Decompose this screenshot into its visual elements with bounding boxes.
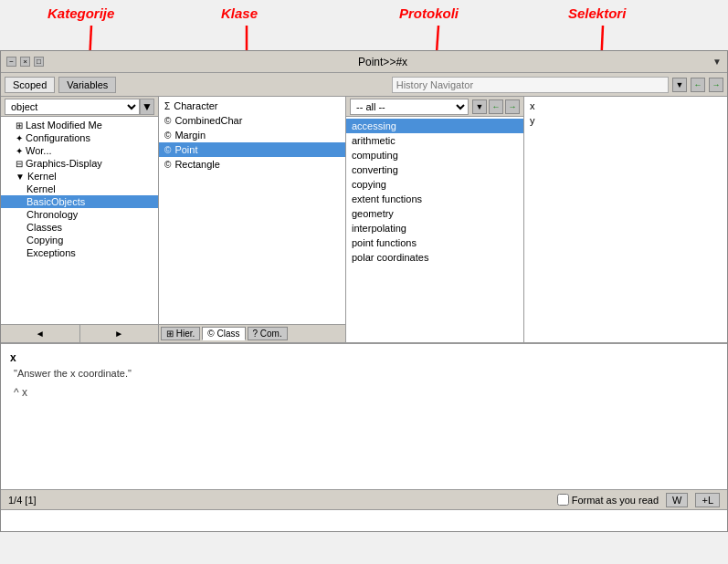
format-checkbox[interactable] (557, 494, 569, 506)
graphics-icon: ⊟ (16, 159, 23, 169)
selector-item-x[interactable]: x (524, 99, 727, 113)
hier-tab-btn[interactable]: ⊞ Hier. (161, 327, 200, 340)
input-bar (1, 509, 727, 531)
history-filter-btn[interactable]: ▼ (672, 78, 687, 92)
selector-item-y[interactable]: y (524, 113, 727, 128)
list-item[interactable]: Classes (1, 221, 158, 234)
category-tree: ⊞ Last Modified Me ✦ Configurations ✦ Wo… (1, 117, 158, 324)
classes-footer: ⊞ Hier. © Class ? Com. (159, 324, 345, 342)
last-modified-icon: ⊞ (16, 120, 23, 131)
list-item[interactable]: © CombinedChar (159, 113, 345, 128)
toolbar: Scoped Variables ▼ ← → (1, 73, 727, 97)
pane-categories: object ▼ ⊞ Last Modified Me ✦ Configurat… (1, 97, 159, 342)
list-item-point[interactable]: © Point (159, 142, 345, 157)
wrap-btn[interactable]: W (666, 493, 688, 507)
list-item[interactable]: ⊟ Graphics-Display (1, 157, 158, 170)
close-button[interactable]: × (20, 57, 30, 67)
list-item[interactable]: point functions (346, 235, 523, 250)
categories-footer: ◄ ► (1, 324, 158, 342)
status-position: 1/4 [1] (8, 495, 557, 506)
list-item[interactable]: Σ Character (159, 99, 345, 113)
point-icon: © (164, 145, 171, 155)
rectangle-icon: © (164, 160, 171, 170)
content-area: object ▼ ⊞ Last Modified Me ✦ Configurat… (1, 97, 727, 343)
format-checkbox-label[interactable]: Format as you read (557, 494, 659, 506)
list-item-basic-objects[interactable]: BasicObjects (1, 195, 158, 208)
code-area: x "Answer the x coordinate." ^ x (1, 343, 727, 489)
list-item[interactable]: ▼ Kernel (1, 170, 158, 183)
com-tab-btn[interactable]: ? Com. (248, 327, 288, 340)
history-nav-input[interactable] (392, 77, 669, 93)
main-window: − × □ Point>>#x ▼ Scoped Variables ▼ ← → (0, 50, 728, 532)
pane-classes: Σ Character © CombinedChar © Margin © (159, 97, 346, 342)
tab-variables[interactable]: Variables (58, 77, 116, 93)
list-item[interactable]: ✦ Wor... (1, 144, 158, 157)
annotation-protokoli: Protokoli (399, 5, 459, 21)
annotation-klase: Klase (221, 5, 258, 21)
protocol-nav-arrows: ▼ ← → (472, 99, 520, 114)
list-item[interactable]: polar coordinates (346, 250, 523, 265)
history-prev-btn[interactable]: ← (691, 78, 705, 92)
pane-next-btn[interactable]: ► (80, 325, 159, 342)
title-bar-controls: − × □ (6, 57, 44, 67)
protocol-prev-btn[interactable]: ← (489, 99, 503, 114)
outer-wrapper: Kategorije Klase Protokoli Selektori − (0, 0, 728, 564)
list-item[interactable]: converting (346, 162, 523, 177)
list-item[interactable]: geometry (346, 206, 523, 221)
code-documentation: "Answer the x coordinate." (14, 368, 718, 379)
list-item[interactable]: copying (346, 177, 523, 192)
minimize-button[interactable]: − (6, 57, 16, 67)
selector-list: x y (524, 97, 727, 342)
list-item[interactable]: ⊞ Last Modified Me (1, 119, 158, 131)
class-list: Σ Character © CombinedChar © Margin © (159, 97, 345, 324)
list-item[interactable]: © Rectangle (159, 157, 345, 172)
code-source: ^ x (14, 386, 718, 399)
list-item[interactable]: Chronology (1, 208, 158, 221)
protocol-header: -- all -- ▼ ← → (346, 97, 523, 117)
list-item[interactable]: interpolating (346, 221, 523, 235)
list-item[interactable]: extent functions (346, 192, 523, 206)
combined-icon: © (164, 116, 171, 126)
list-item[interactable]: arithmetic (346, 133, 523, 148)
protocol-filter-btn[interactable]: ▼ (472, 99, 487, 114)
class-tab-btn[interactable]: © Class (202, 327, 245, 340)
list-item[interactable]: Copying (1, 234, 158, 246)
sigma-icon: Σ (164, 101, 170, 111)
margin-icon: © (164, 131, 171, 141)
history-next-btn[interactable]: → (709, 78, 723, 92)
annotation-kategorije: Kategorije (47, 5, 114, 21)
kernel-icon: ▼ (16, 172, 25, 182)
pane-selectors: x y (524, 97, 727, 342)
list-item[interactable]: © Margin (159, 128, 345, 142)
maximize-button[interactable]: □ (34, 57, 44, 67)
tab-scoped[interactable]: Scoped (5, 77, 55, 93)
protocol-list: accessing arithmetic computing convertin… (346, 117, 523, 342)
list-item[interactable]: computing (346, 148, 523, 162)
list-item-accessing[interactable]: accessing (346, 119, 523, 133)
code-method-name: x (10, 351, 718, 364)
list-item[interactable]: ✦ Configurations (1, 131, 158, 144)
window-title: Point>>#x (53, 56, 712, 68)
protocol-next-btn[interactable]: → (505, 99, 520, 114)
status-bar: 1/4 [1] Format as you read W +L (1, 489, 727, 509)
categories-dropdown-arrow[interactable]: ▼ (140, 99, 154, 115)
list-item[interactable]: Kernel (1, 183, 158, 195)
status-right: Format as you read W +L (557, 493, 720, 507)
line-btn[interactable]: +L (695, 493, 720, 507)
protocol-dropdown[interactable]: -- all -- (350, 99, 469, 115)
wor-icon: ✦ (16, 146, 23, 156)
window-menu-arrow[interactable]: ▼ (712, 57, 722, 67)
categories-dropdown[interactable]: object (5, 99, 140, 115)
pane-protocols: -- all -- ▼ ← → accessing arithmetic com… (346, 97, 524, 342)
format-label: Format as you read (572, 495, 659, 506)
configurations-icon: ✦ (16, 133, 23, 143)
pane-prev-btn[interactable]: ◄ (1, 325, 80, 342)
categories-header: object ▼ (1, 97, 158, 117)
list-item[interactable]: Exceptions (1, 246, 158, 259)
annotation-selektori: Selektori (568, 5, 626, 21)
title-bar: − × □ Point>>#x ▼ (1, 51, 727, 73)
command-input[interactable] (1, 510, 727, 531)
